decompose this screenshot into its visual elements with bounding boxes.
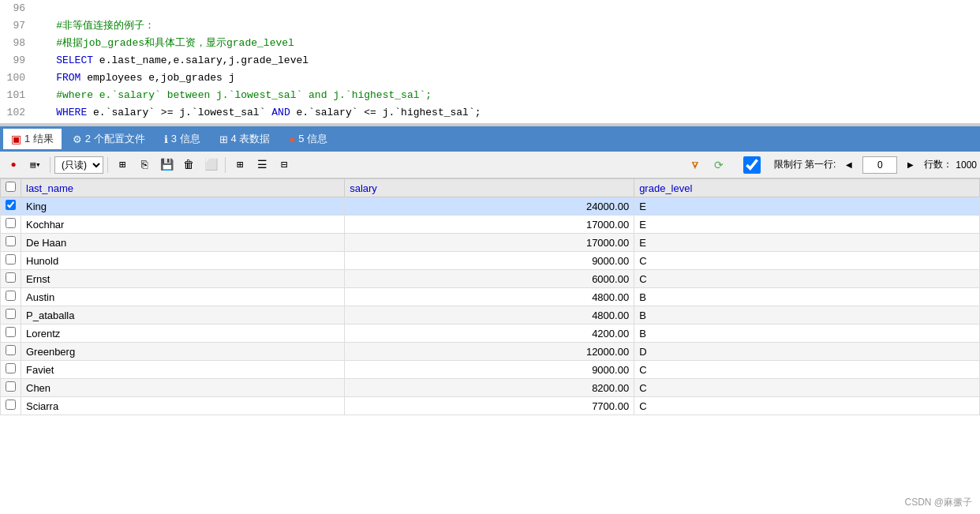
cell-grade-level: D — [634, 343, 980, 361]
row-checkbox[interactable] — [6, 254, 16, 265]
code-line-98: 98 #根据job_grades和具体工资，显示grade_level — [0, 35, 980, 52]
table-row: Austin4800.00B — [1, 288, 980, 306]
row-checkbox[interactable] — [6, 200, 16, 210]
line-content: #where e.`salary` between j.`lowest_sal`… — [32, 87, 980, 104]
cell-last-name: King — [21, 197, 345, 216]
tab-info5-icon: ● — [289, 133, 295, 145]
toolbar-record-btn[interactable]: ● — [3, 156, 24, 174]
cell-last-name: Austin — [21, 288, 345, 306]
row-checkbox-cell — [1, 325, 21, 343]
row-checkbox-cell — [1, 234, 21, 252]
cell-last-name: Ernst — [21, 270, 345, 288]
tab-info5-label: 5 信息 — [298, 132, 327, 146]
row-checkbox[interactable] — [6, 236, 16, 246]
toolbar-export-btn[interactable]: ⬜ — [200, 156, 221, 174]
line-number: 99 — [0, 52, 32, 69]
row-checkbox[interactable] — [6, 381, 16, 392]
col-last-name[interactable]: last_name — [21, 179, 345, 197]
tab-info3[interactable]: ℹ 3 信息 — [156, 129, 208, 149]
row-checkbox[interactable] — [6, 309, 16, 319]
table-row: P_ataballa4800.00B — [1, 306, 980, 325]
cell-grade-level: E — [634, 234, 980, 252]
line-number: 102 — [0, 104, 32, 122]
tab-results-icon: ▣ — [11, 133, 21, 145]
table-row: King24000.00E — [1, 197, 980, 216]
cell-grade-level: B — [634, 288, 980, 306]
results-panel: last_name salary grade_level King24000.0… — [0, 178, 980, 514]
tab-results[interactable]: ▣ 1 结果 — [3, 129, 62, 149]
code-line-101: 101 #where e.`salary` between j.`lowest_… — [0, 87, 980, 104]
line-number: 98 — [0, 35, 32, 52]
row-checkbox-cell — [1, 270, 21, 288]
watermark: CSDN @麻撅子 — [904, 496, 972, 509]
cell-last-name: Greenberg — [21, 343, 345, 361]
toolbar-delete-btn[interactable]: 🗑 — [178, 156, 199, 174]
row-checkbox-cell — [1, 252, 21, 270]
table-row: Ernst6000.00C — [1, 270, 980, 288]
editor-divider — [0, 123, 980, 126]
toolbar-save-btn[interactable]: 💾 — [156, 156, 177, 174]
limit-text: 限制行 第一行: — [774, 158, 836, 171]
row-checkbox-cell — [1, 216, 21, 234]
tab-config[interactable]: ⚙ 2 个配置文件 — [65, 129, 153, 149]
row-checkbox[interactable] — [6, 327, 16, 337]
cell-grade-level: E — [634, 216, 980, 234]
data-grid[interactable]: last_name salary grade_level King24000.0… — [0, 178, 980, 514]
cell-salary: 24000.00 — [345, 197, 634, 216]
tab-info5[interactable]: ● 5 信息 — [281, 129, 335, 149]
row-checkbox[interactable] — [6, 400, 16, 410]
row-checkbox[interactable] — [6, 291, 16, 301]
row-checkbox[interactable] — [6, 345, 16, 355]
line-number: 97 — [0, 17, 32, 35]
row-checkbox[interactable] — [6, 218, 16, 228]
cell-salary: 17000.00 — [345, 234, 634, 252]
table-row: Hunold9000.00C — [1, 252, 980, 270]
tab-tabledata[interactable]: ⊞ 4 表数据 — [211, 129, 279, 149]
cell-salary: 17000.00 — [345, 216, 634, 234]
line-content: SELECT e.last_name,e.salary,j.grade_leve… — [32, 52, 980, 69]
tab-info3-label: 3 信息 — [171, 132, 200, 146]
code-editor: 96 97 #非等值连接的例子： 98 #根据job_grades和具体工资，显… — [0, 0, 980, 126]
code-line-96: 96 — [0, 0, 980, 17]
row-checkbox-cell — [1, 306, 21, 325]
toolbar-text-view-btn[interactable]: ⊟ — [274, 156, 294, 174]
row-checkbox[interactable] — [6, 363, 16, 373]
toolbar-copy-btn[interactable]: ⎘ — [134, 156, 155, 174]
table-row: Sciarra7700.00C — [1, 397, 980, 415]
toolbar-grid-btn[interactable]: ▤▾ — [25, 156, 46, 174]
cell-last-name: Faviet — [21, 361, 345, 379]
row-checkbox-cell — [1, 197, 21, 216]
sync-btn[interactable]: ⟳ — [709, 156, 729, 174]
cell-last-name: P_ataballa — [21, 306, 345, 325]
tab-config-icon: ⚙ — [73, 133, 82, 145]
row-checkbox-cell — [1, 397, 21, 415]
col-salary[interactable]: salary — [345, 179, 634, 197]
code-line-100: 100 FROM employees e,job_grades j — [0, 69, 980, 87]
line-content: #非等值连接的例子： — [32, 17, 980, 35]
limit-checkbox[interactable] — [732, 156, 772, 174]
tab-config-label: 2 个配置文件 — [85, 132, 145, 146]
cell-salary: 12000.00 — [345, 343, 634, 361]
select-all-checkbox[interactable] — [6, 182, 16, 192]
filter-btn[interactable]: ⛛ — [685, 156, 705, 174]
cell-grade-level: E — [634, 197, 980, 216]
line-content: WHERE e.`salary` >= j.`lowest_sal` AND e… — [32, 104, 980, 122]
table-header-row: last_name salary grade_level — [1, 179, 980, 197]
readonly-select[interactable]: (只读) — [54, 156, 103, 174]
prev-row-btn[interactable]: ◀ — [839, 156, 859, 174]
toolbar-list-view-btn[interactable]: ☰ — [252, 156, 272, 174]
table-row: Kochhar17000.00E — [1, 216, 980, 234]
cell-last-name: Chen — [21, 379, 345, 397]
row-checkbox[interactable] — [6, 272, 16, 283]
toolbar-refresh-btn[interactable]: ⊞ — [112, 156, 133, 174]
line-number: 100 — [0, 69, 32, 87]
first-row-input[interactable] — [862, 156, 897, 174]
table-row: Greenberg12000.00D — [1, 343, 980, 361]
cell-last-name: De Haan — [21, 234, 345, 252]
cell-salary: 4200.00 — [345, 325, 634, 343]
toolbar-grid-view-btn[interactable]: ⊞ — [230, 156, 250, 174]
next-row-btn[interactable]: ▶ — [900, 156, 921, 174]
cell-grade-level: C — [634, 361, 980, 379]
code-line-97: 97 #非等值连接的例子： — [0, 17, 980, 35]
col-grade-level[interactable]: grade_level — [634, 179, 980, 197]
